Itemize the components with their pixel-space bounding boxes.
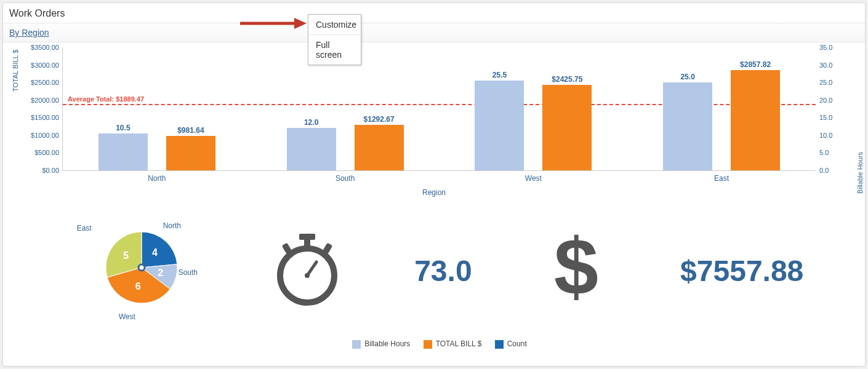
pie-label-south: South xyxy=(179,268,198,277)
y-left-tick: $2000.00 xyxy=(31,97,59,104)
average-line-label: Average Total: $1889.47 xyxy=(68,95,144,104)
bar-billable-hours[interactable] xyxy=(475,81,524,170)
pie-slice-value: 6 xyxy=(135,281,140,292)
svg-rect-3 xyxy=(304,240,310,246)
legend-label-count: Count xyxy=(507,339,527,348)
menu-item-fullscreen[interactable]: Full screen xyxy=(308,34,361,65)
y-left-tick: $0.00 xyxy=(42,167,59,174)
bar-billable-hours[interactable] xyxy=(98,133,148,170)
y-right-axis-title: Billable Hours xyxy=(856,152,864,194)
y-left-tick: $2500.00 xyxy=(31,79,59,86)
bar-label-hours: 12.0 xyxy=(304,118,318,128)
y-right-tick: 15.0 xyxy=(819,114,832,121)
svg-marker-1 xyxy=(294,18,307,29)
bar-total-bill[interactable] xyxy=(542,85,592,170)
bar-billable-hours[interactable] xyxy=(287,128,336,170)
bar-total-bill[interactable] xyxy=(731,70,780,170)
x-category-label: West xyxy=(525,174,542,183)
svg-line-6 xyxy=(307,262,316,276)
dashboard-card: Work Orders By Region Customize Full scr… xyxy=(2,2,866,367)
y-left-tick: $3000.00 xyxy=(31,62,59,69)
menu-item-customize[interactable]: Customize xyxy=(308,15,361,34)
legend-swatch-bill xyxy=(424,340,432,349)
card-sub-bar: By Region xyxy=(3,23,865,42)
y-right-tick: 10.0 xyxy=(819,132,832,139)
x-category-label: South xyxy=(336,174,355,183)
y-left-tick: $1000.00 xyxy=(31,132,59,139)
bottom-row: 4265 North South West East 73.0 $ $7557. xyxy=(3,215,865,326)
pie-slice-value: 4 xyxy=(152,247,158,258)
x-category-label: North xyxy=(148,174,166,183)
bar-chart-plot: $0.00$500.00$1000.00$1500.00$2000.00$250… xyxy=(62,47,816,171)
bar-billable-hours[interactable] xyxy=(663,82,712,170)
legend-label-hours: Billable Hours xyxy=(364,339,410,348)
bar-total-bill[interactable] xyxy=(166,136,215,170)
pie-label-north: North xyxy=(163,221,181,230)
bar-label-bill: $981.64 xyxy=(177,126,204,136)
chart-context-menu: Customize Full screen xyxy=(308,14,361,65)
svg-rect-2 xyxy=(299,234,315,240)
bar-label-bill: $2425.75 xyxy=(552,75,582,85)
bar-label-hours: 10.5 xyxy=(116,124,130,133)
y-right-tick: 5.0 xyxy=(819,149,829,156)
bar-label-hours: 25.0 xyxy=(680,73,694,82)
dollar-icon: $ xyxy=(545,229,607,312)
kpi-total-hours: 73.0 xyxy=(414,254,472,288)
pie-slice[interactable] xyxy=(142,232,177,268)
kpi-total-bill: $7557.88 xyxy=(680,254,803,288)
legend-label-bill: TOTAL BILL $ xyxy=(436,339,482,348)
y-right-tick: 30.0 xyxy=(819,62,832,69)
annotation-arrow xyxy=(240,17,308,30)
pie-center-dot xyxy=(139,264,145,271)
pie-chart: 4265 North South West East xyxy=(65,215,200,326)
bar-total-bill[interactable] xyxy=(355,125,404,170)
y-right-tick: 20.0 xyxy=(819,97,832,104)
svg-text:$: $ xyxy=(554,229,598,309)
x-axis-title: Region xyxy=(15,188,853,197)
bar-chart: TOTAL BILL $ Billable Hours $0.00$500.00… xyxy=(15,47,853,197)
pie-slice-value: 2 xyxy=(158,268,163,278)
pie-label-west: West xyxy=(119,312,135,321)
bar-label-hours: 25.5 xyxy=(492,71,507,81)
y-left-tick: $500.00 xyxy=(34,149,59,156)
y-right-tick: 35.0 xyxy=(819,44,832,51)
bar-label-bill: $1292.67 xyxy=(364,115,395,125)
by-region-link[interactable]: By Region xyxy=(9,28,49,38)
y-right-tick: 0.0 xyxy=(819,167,829,174)
bar-label-bill: $2857.82 xyxy=(740,60,771,70)
chart-legend: Billable Hours TOTAL BILL $ Count xyxy=(3,339,865,349)
legend-swatch-count xyxy=(495,340,504,349)
legend-swatch-hours xyxy=(352,340,361,349)
y-left-tick: $3500.00 xyxy=(31,44,59,51)
y-left-axis-title: TOTAL BILL $ xyxy=(12,50,19,92)
x-category-label: East xyxy=(714,174,729,183)
y-right-tick: 25.0 xyxy=(819,79,832,86)
y-left-tick: $1500.00 xyxy=(31,114,59,121)
pie-label-east: East xyxy=(77,224,92,232)
stopwatch-icon xyxy=(273,232,341,309)
card-title: Work Orders xyxy=(3,3,865,23)
pie-slice-value: 5 xyxy=(123,250,129,261)
